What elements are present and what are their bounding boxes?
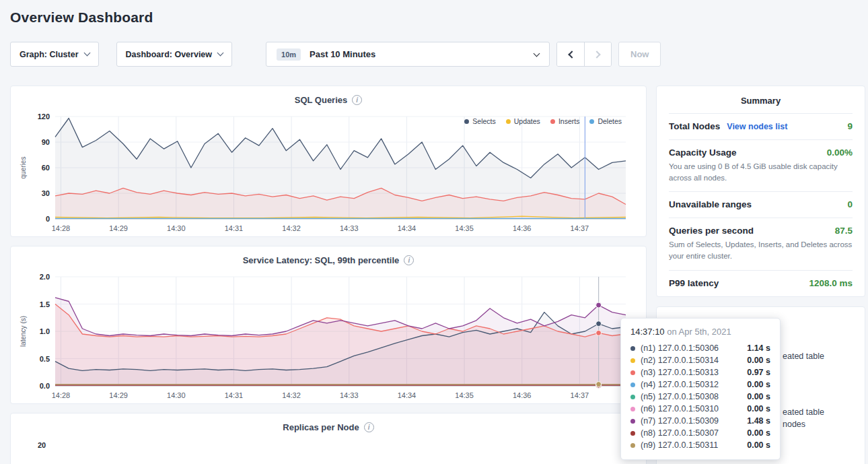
tooltip-row: (n2) 127.0.0.1:503140.00 s — [630, 354, 770, 366]
summary-value: 9 — [847, 121, 853, 131]
svg-text:14:35: 14:35 — [455, 391, 474, 399]
tooltip-node-value: 0.00 s — [747, 428, 770, 438]
svg-text:14:37: 14:37 — [571, 224, 589, 232]
series-dot — [630, 431, 635, 436]
tooltip-node-value: 1.14 s — [747, 343, 770, 353]
legend-item-updates[interactable]: Updates — [506, 117, 540, 125]
replicas-per-node-panel: Replicas per Node i 20 — [10, 413, 647, 464]
svg-text:14:37: 14:37 — [571, 391, 589, 399]
svg-text:14:31: 14:31 — [225, 391, 244, 399]
chart-title-row: SQL Queries i — [11, 86, 646, 107]
legend-item-inserts[interactable]: Inserts — [550, 117, 580, 125]
svg-text:0.5: 0.5 — [40, 355, 50, 363]
tooltip-node-value: 0.00 s — [747, 404, 770, 413]
tooltip-row: (n4) 127.0.0.1:503120.00 s — [630, 378, 770, 391]
event-item-fragment[interactable]: nodes — [783, 420, 805, 429]
view-nodes-link[interactable]: View nodes list — [727, 122, 787, 131]
prev-range-button[interactable] — [557, 42, 584, 66]
legend-item-deletes[interactable]: Deletes — [589, 117, 622, 125]
svg-text:14:34: 14:34 — [398, 224, 417, 232]
time-range-label: Past 10 Minutes — [310, 49, 534, 59]
summary-title: Summary — [669, 86, 853, 113]
tooltip-node-label: (n3) 127.0.0.1:50313 — [641, 368, 719, 377]
page-title: Overview Dashboard — [10, 9, 868, 26]
chart-title: SQL Queries — [295, 95, 348, 105]
tooltip-node-label: (n1) 127.0.0.1:50306 — [641, 343, 719, 353]
svg-text:90: 90 — [42, 138, 50, 146]
tooltip-node-value: 0.00 s — [747, 392, 770, 401]
time-range-badge: 10m — [277, 48, 301, 61]
summary-label: Capacity Usage — [669, 147, 737, 158]
series-dot — [506, 119, 511, 124]
svg-text:60: 60 — [42, 164, 50, 172]
tooltip-row: (n6) 127.0.0.1:503100.00 s — [630, 403, 770, 415]
tooltip-row: (n8) 127.0.0.1:503070.00 s — [630, 427, 770, 439]
summary-value: 0 — [847, 199, 853, 209]
svg-text:14:32: 14:32 — [282, 391, 301, 399]
svg-text:14:32: 14:32 — [282, 224, 301, 232]
next-range-button[interactable] — [584, 42, 611, 66]
series-dot — [630, 443, 635, 448]
chart-title-row: Service Latency: SQL, 99th percentile i — [11, 246, 646, 267]
svg-text:14:29: 14:29 — [109, 224, 128, 232]
svg-text:14:34: 14:34 — [398, 391, 417, 399]
series-dot — [630, 419, 635, 424]
chart-tooltip: 14:37:10 on Apr 5th, 2021 (n1) 127.0.0.1… — [620, 318, 781, 460]
now-button[interactable]: Now — [618, 42, 661, 67]
summary-panel: Summary Total Nodes View nodes list 9 Ca… — [656, 86, 865, 297]
time-range-selector[interactable]: 10m Past 10 Minutes — [266, 42, 550, 67]
summary-label: P99 latency — [669, 278, 719, 288]
svg-text:14:33: 14:33 — [340, 224, 359, 232]
replicas-per-node-chart[interactable]: 20 — [17, 441, 639, 464]
series-dot — [630, 395, 635, 399]
service-latency-chart[interactable]: 14:2814:2914:3014:3114:3214:3314:3414:35… — [17, 270, 639, 402]
chevron-left-icon — [568, 51, 575, 58]
tooltip-node-label: (n8) 127.0.0.1:50307 — [641, 428, 719, 438]
series-dot — [464, 119, 469, 124]
svg-text:0.0: 0.0 — [40, 382, 50, 390]
tooltip-date: on Apr 5th, 2021 — [667, 327, 731, 337]
series-dot — [589, 119, 594, 124]
tooltip-row: (n5) 127.0.0.1:503080.00 s — [630, 391, 770, 403]
tooltip-row: (n9) 127.0.0.1:503110.00 s — [630, 439, 770, 451]
time-pager — [556, 42, 612, 67]
series-dot — [630, 358, 635, 363]
chart-title: Service Latency: SQL, 99th percentile — [243, 255, 400, 265]
chevron-down-icon — [534, 51, 540, 57]
svg-text:30: 30 — [42, 189, 50, 197]
sql-queries-panel: SQL Queries i SelectsUpdatesInsertsDelet… — [10, 86, 647, 237]
tooltip-node-value: 0.00 s — [747, 440, 770, 450]
controls-bar: Graph: Cluster Dashboard: Overview 10m P… — [10, 42, 865, 67]
graph-dropdown[interactable]: Graph: Cluster — [10, 42, 99, 67]
info-icon[interactable]: i — [364, 422, 374, 432]
summary-label: Unavailable ranges — [669, 199, 752, 209]
svg-text:14:30: 14:30 — [167, 224, 186, 232]
summary-value: 87.5 — [835, 226, 853, 236]
tooltip-node-label: (n4) 127.0.0.1:50312 — [641, 380, 719, 389]
series-dot — [630, 383, 635, 387]
charts-column: SQL Queries i SelectsUpdatesInsertsDelet… — [10, 86, 647, 464]
tooltip-time: 14:37:10 — [630, 327, 665, 337]
series-dot — [630, 407, 635, 411]
svg-text:120: 120 — [38, 112, 50, 121]
legend-item-selects[interactable]: Selects — [464, 117, 495, 125]
summary-value: 0.00% — [827, 147, 853, 158]
event-item-fragment[interactable]: eated table — [783, 407, 824, 417]
dashboard-dropdown[interactable]: Dashboard: Overview — [116, 42, 233, 67]
summary-row-unavailable-ranges: Unavailable ranges 0 — [669, 191, 853, 218]
tooltip-node-value: 0.00 s — [747, 356, 770, 365]
summary-row-p99-latency: P99 latency 1208.0 ms — [669, 270, 853, 296]
summary-row-queries-per-second: Queries per second 87.5 Sum of Selects, … — [669, 218, 853, 269]
series-dot — [630, 370, 635, 375]
tooltip-row: (n1) 127.0.0.1:503061.14 s — [630, 342, 770, 354]
tooltip-rows: (n1) 127.0.0.1:503061.14 s(n2) 127.0.0.1… — [630, 342, 770, 451]
sql-queries-chart[interactable]: 14:2814:2914:3014:3114:3214:3314:3414:35… — [17, 110, 639, 235]
tooltip-node-value: 0.97 s — [747, 368, 770, 377]
info-icon[interactable]: i — [352, 95, 362, 105]
service-latency-panel: Service Latency: SQL, 99th percentile i … — [10, 246, 647, 404]
tooltip-node-label: (n6) 127.0.0.1:50310 — [641, 404, 719, 413]
event-item-fragment[interactable]: eated table — [783, 352, 824, 361]
summary-row-total-nodes: Total Nodes View nodes list 9 — [669, 113, 853, 139]
info-icon[interactable]: i — [404, 255, 414, 265]
svg-text:latency (s): latency (s) — [20, 316, 27, 347]
